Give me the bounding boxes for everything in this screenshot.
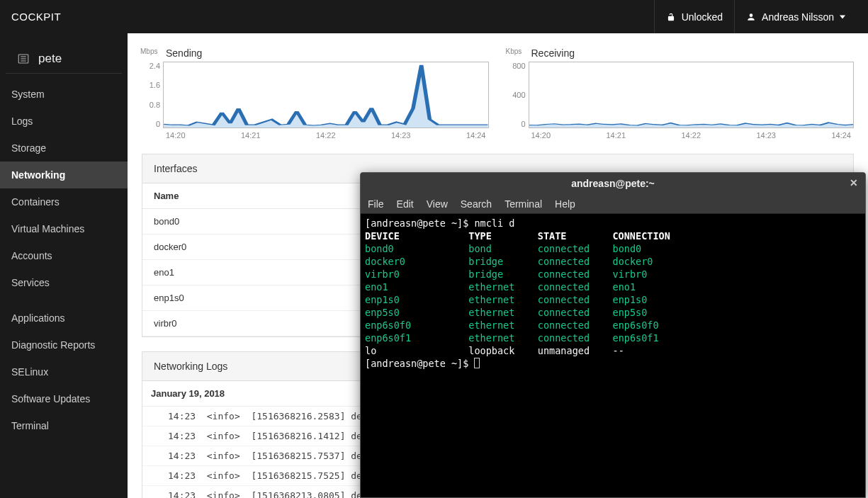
term-menu-view[interactable]: View [427,198,448,210]
sending-chart: Mbps Sending 2.41.60.80 14:2014:2114:221… [142,47,489,140]
receiving-chart: Kbps Receiving 8004000 14:2014:2114:2214… [507,47,855,140]
host-label[interactable]: pete [6,45,122,74]
nav-item-selinux[interactable]: SELinux [0,358,128,385]
topbar: COCKPIT Unlocked Andreas Nilsson [0,0,868,33]
nav-item-storage[interactable]: Storage [0,135,128,162]
nav-item-services[interactable]: Services [0,269,128,296]
host-name: pete [38,52,62,66]
lock-open-icon [666,12,676,22]
nav-item-accounts[interactable]: Accounts [0,242,128,269]
term-menu-file[interactable]: File [368,198,384,210]
nav-item-system[interactable]: System [0,81,128,108]
nav-item-networking[interactable]: Networking [0,162,128,188]
nav-item-terminal[interactable]: Terminal [0,412,128,439]
charts-row: Mbps Sending 2.41.60.80 14:2014:2114:221… [142,47,854,140]
chevron-down-icon [840,14,845,20]
user-name: Andreas Nilsson [762,11,834,23]
sending-unit: Mbps [140,47,157,55]
nav-item-diagnostic-reports[interactable]: Diagnostic Reports [0,332,128,358]
receiving-title: Receiving [531,47,855,59]
nav-item-logs[interactable]: Logs [0,108,128,135]
server-icon [17,52,30,65]
lock-toggle[interactable]: Unlocked [654,0,734,33]
nav-item-software-updates[interactable]: Software Updates [0,385,128,412]
terminal-body[interactable]: [andreasn@pete ~]$ nmcli d DEVICE TYPE S… [361,214,865,497]
term-menu-search[interactable]: Search [461,198,492,210]
terminal-title: andreasn@pete:~ [571,178,655,189]
term-menu-edit[interactable]: Edit [397,198,414,210]
nav-item-applications[interactable]: Applications [0,305,128,332]
terminal-window[interactable]: andreasn@pete:~ ✕ FileEditViewSearchTerm… [360,172,866,498]
receiving-unit: Kbps [506,47,522,55]
terminal-menubar: FileEditViewSearchTerminalHelp [361,194,865,214]
nav-item-containers[interactable]: Containers [0,188,128,215]
terminal-titlebar[interactable]: andreasn@pete:~ ✕ [361,173,865,194]
user-menu[interactable]: Andreas Nilsson [734,0,857,33]
close-icon[interactable]: ✕ [850,177,858,188]
sending-title: Sending [166,47,489,59]
sidebar: pete SystemLogsStorageNetworkingContaine… [0,33,128,498]
topbar-right: Unlocked Andreas Nilsson [654,0,857,33]
term-menu-help[interactable]: Help [555,198,575,210]
brand: COCKPIT [11,11,61,23]
term-menu-terminal[interactable]: Terminal [505,198,542,210]
lock-label: Unlocked [682,11,723,23]
user-icon [746,12,756,22]
nav-item-virtual-machines[interactable]: Virtual Machines [0,215,128,242]
